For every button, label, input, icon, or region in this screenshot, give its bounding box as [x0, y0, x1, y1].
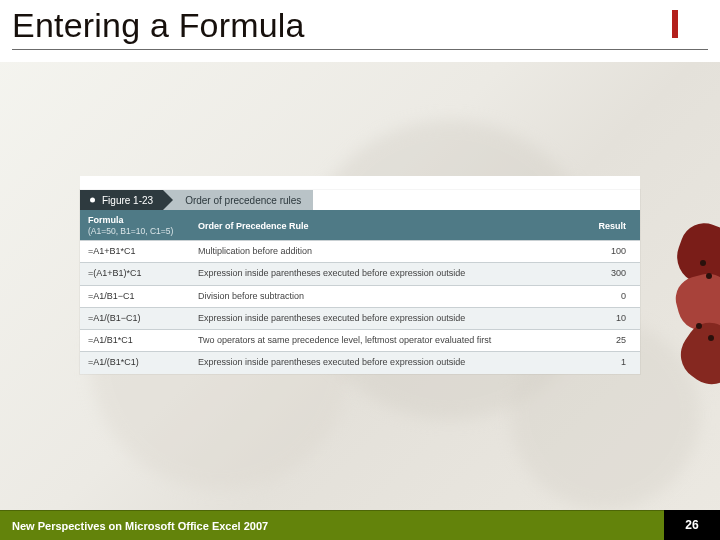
cell-result: 300	[578, 263, 640, 285]
figure-arrow-icon	[163, 190, 173, 210]
side-flower-decor	[670, 215, 720, 415]
seed-icon	[708, 335, 714, 341]
footer: New Perspectives on Microsoft Office Exc…	[0, 510, 720, 540]
title-band: Entering a Formula	[0, 0, 720, 62]
cell-result: 0	[578, 285, 640, 307]
cell-result: 10	[578, 307, 640, 329]
seed-icon	[706, 273, 712, 279]
page-number: 26	[664, 510, 720, 540]
figure-header-spacer	[313, 190, 640, 210]
footer-text: New Perspectives on Microsoft Office Exc…	[0, 510, 664, 540]
seed-icon	[700, 260, 706, 266]
cell-formula: =A1+B1*C1	[80, 241, 190, 263]
title-underline	[12, 49, 708, 50]
cell-formula: =A1/(B1−C1)	[80, 307, 190, 329]
slide: Entering a Formula Figure 1-23 Order of …	[0, 0, 720, 540]
cell-result: 100	[578, 241, 640, 263]
table-row: =A1/B1−C1Division before subtraction0	[80, 285, 640, 307]
figure-caption: Order of precedence rules	[173, 190, 313, 210]
seed-icon	[696, 323, 702, 329]
table-row: =A1/(B1*C1)Expression inside parentheses…	[80, 352, 640, 374]
figure-number: Figure 1-23	[80, 190, 163, 210]
table-body: =A1+B1*C1Multiplication before addition1…	[80, 241, 640, 374]
col-formula-label: Formula	[88, 215, 124, 225]
cell-rule: Expression inside parentheses executed b…	[190, 307, 578, 329]
slide-title: Entering a Formula	[12, 6, 708, 45]
cell-rule: Expression inside parentheses executed b…	[190, 263, 578, 285]
table-row: =A1+B1*C1Multiplication before addition1…	[80, 241, 640, 263]
cell-formula: =A1/(B1*C1)	[80, 352, 190, 374]
figure-header: Figure 1-23 Order of precedence rules	[80, 190, 640, 210]
col-formula-sublabel: (A1=50, B1=10, C1=5)	[88, 226, 182, 236]
figure-panel: Figure 1-23 Order of precedence rules Fo…	[80, 190, 640, 374]
cell-rule: Two operators at same precedence level, …	[190, 330, 578, 352]
cell-result: 1	[578, 352, 640, 374]
col-formula: Formula (A1=50, B1=10, C1=5)	[80, 210, 190, 241]
col-rule: Order of Precedence Rule	[190, 210, 578, 241]
cell-rule: Multiplication before addition	[190, 241, 578, 263]
table-row: =A1/(B1−C1)Expression inside parentheses…	[80, 307, 640, 329]
table-row: =(A1+B1)*C1Expression inside parentheses…	[80, 263, 640, 285]
col-result: Result	[578, 210, 640, 241]
precedence-table: Formula (A1=50, B1=10, C1=5) Order of Pr…	[80, 210, 640, 374]
cell-rule: Division before subtraction	[190, 285, 578, 307]
title-accent-bar	[672, 10, 678, 38]
cell-rule: Expression inside parentheses executed b…	[190, 352, 578, 374]
cell-formula: =(A1+B1)*C1	[80, 263, 190, 285]
cell-result: 25	[578, 330, 640, 352]
figure-top-whitespace	[80, 176, 640, 190]
cell-formula: =A1/B1−C1	[80, 285, 190, 307]
cell-formula: =A1/B1*C1	[80, 330, 190, 352]
table-header-row: Formula (A1=50, B1=10, C1=5) Order of Pr…	[80, 210, 640, 241]
table-row: =A1/B1*C1Two operators at same precedenc…	[80, 330, 640, 352]
